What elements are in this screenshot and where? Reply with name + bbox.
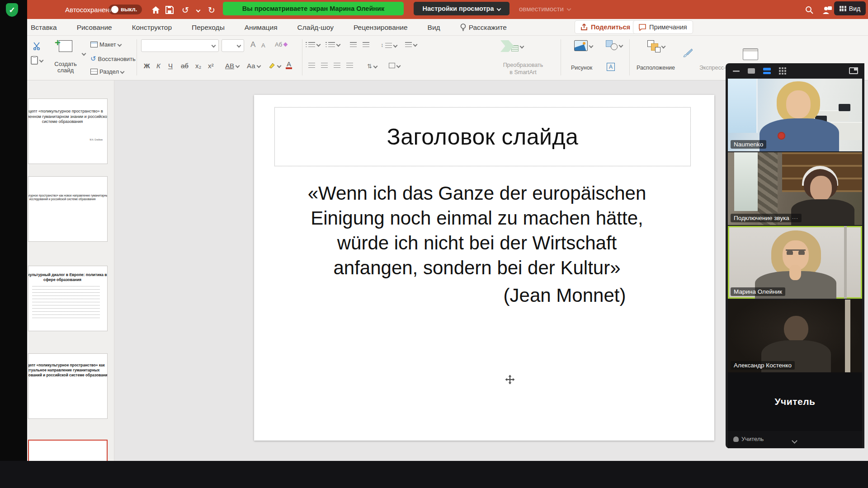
clear-format-button[interactable]: Аб xyxy=(275,41,287,48)
align-right-icon[interactable] xyxy=(334,63,340,68)
share-button[interactable]: Поделиться xyxy=(575,20,636,34)
thumbnail-slide-1[interactable]: Концепт «поликультурное пространство» в … xyxy=(28,99,108,164)
autosave-toggle[interactable]: выкл. xyxy=(108,5,142,14)
decrease-indent-icon[interactable] xyxy=(350,42,357,47)
tab-review[interactable]: Рецензирование xyxy=(354,23,408,32)
section-label: Раздел xyxy=(99,68,119,75)
subscript-button[interactable]: х₂ xyxy=(195,62,201,70)
comments-button[interactable]: Примечания xyxy=(633,20,693,34)
undo-chevron-icon[interactable] xyxy=(193,5,203,15)
grid-view-icon[interactable] xyxy=(779,67,786,75)
gallery-view-icon[interactable] xyxy=(763,68,771,74)
new-slide-label-2: слайд xyxy=(57,67,74,74)
share-presence-icon[interactable] xyxy=(822,5,833,15)
picture-icon xyxy=(574,40,588,51)
textbox-button[interactable]: А xyxy=(607,63,615,71)
undo-icon[interactable]: ↺ xyxy=(180,5,191,15)
grid-icon xyxy=(840,6,846,11)
font-name-combo[interactable] xyxy=(141,39,219,52)
thumbnail-2-title: «поликультурное пространство» как новое … xyxy=(28,194,108,201)
slide-title-placeholder[interactable]: Заголовок слайда xyxy=(274,107,691,166)
layout-button[interactable]: Макет xyxy=(90,41,121,48)
columns-button[interactable] xyxy=(405,42,417,47)
new-slide-icon: + xyxy=(59,40,72,52)
antivirus-shield-icon[interactable]: ✓ xyxy=(6,3,18,17)
slide-quote[interactable]: «Wenn ich das Ganze der europäischen Ein… xyxy=(254,181,700,280)
minimize-icon[interactable] xyxy=(733,70,740,72)
reset-button[interactable]: ↺ Восстановить xyxy=(90,55,136,63)
new-slide-button[interactable]: + Создать слайд xyxy=(51,40,80,74)
thumbnail-slide-3[interactable]: Поликультурный диалог в Европе: политика… xyxy=(28,266,108,331)
text-direction-button[interactable]: ⇅ xyxy=(367,63,377,70)
tab-insert[interactable]: Вставка xyxy=(31,23,57,32)
justify-icon[interactable] xyxy=(346,63,353,68)
tab-tell-me[interactable]: Расскажите xyxy=(460,23,507,32)
increase-indent-icon[interactable] xyxy=(363,42,369,47)
new-slide-chevron-icon[interactable] xyxy=(82,52,85,55)
picture-button[interactable] xyxy=(574,40,593,51)
align-text-button[interactable] xyxy=(389,63,400,68)
underline-button[interactable]: Ч xyxy=(168,62,173,70)
chevron-down-icon xyxy=(497,6,501,11)
tab-draw[interactable]: Рисование xyxy=(77,23,112,32)
thumbnail-slide-4[interactable]: Концепт «поликультурное пространство» ка… xyxy=(28,353,108,419)
italic-button[interactable]: К xyxy=(156,62,160,70)
arrange-button[interactable] xyxy=(647,40,665,52)
tab-transitions[interactable]: Переходы xyxy=(192,23,225,32)
convert-smartart-button[interactable] xyxy=(500,40,524,52)
video-tile-uchitel-camera-off[interactable]: Учитель xyxy=(728,372,862,431)
video-tile-audio-connecting[interactable]: Подключение звука ··· xyxy=(728,152,862,225)
person-decor xyxy=(786,90,811,118)
strikethrough-button[interactable]: аб xyxy=(181,62,189,70)
redo-icon[interactable]: ↻ xyxy=(206,5,217,15)
char-spacing-button[interactable]: АВ xyxy=(225,62,239,70)
toggle-knob-icon xyxy=(111,6,118,13)
video-tile-marina-oleynik-active[interactable]: Марина Олейник xyxy=(728,226,862,299)
highlight-button[interactable] xyxy=(269,62,281,69)
person-decor xyxy=(784,316,808,342)
home-icon[interactable] xyxy=(150,5,161,15)
participant-name-badge: Александр Костенко xyxy=(731,361,795,370)
search-icon[interactable] xyxy=(804,5,815,15)
tab-design[interactable]: Конструктор xyxy=(132,23,172,32)
tab-view[interactable]: Вид xyxy=(428,23,440,32)
zoom-view-button[interactable]: Вид xyxy=(834,1,866,15)
participant-name-badge: Naumenko xyxy=(731,140,766,149)
pip-layout-icon[interactable] xyxy=(849,67,858,74)
shapes-icon xyxy=(606,40,618,50)
quote-line-4: anfangen, sondern bei der Kultur» xyxy=(254,255,700,280)
window-decor xyxy=(734,152,758,211)
align-center-icon[interactable] xyxy=(321,63,328,68)
tab-animations[interactable]: Анимация xyxy=(245,23,278,32)
numbering-button[interactable] xyxy=(328,42,340,47)
paste-icon[interactable] xyxy=(31,56,43,65)
bold-button[interactable]: Ж xyxy=(144,62,150,70)
font-grow-button[interactable]: А xyxy=(250,40,255,49)
video-tile-naumenko[interactable]: Naumenko xyxy=(728,79,862,151)
section-button[interactable]: Раздел xyxy=(90,68,124,75)
line-spacing-button[interactable]: ↕ xyxy=(381,42,397,48)
thumbnail-slide-2[interactable]: «поликультурное пространство» как новое … xyxy=(28,176,108,242)
shapes-button[interactable] xyxy=(606,40,623,50)
save-icon[interactable] xyxy=(164,5,175,15)
tab-slideshow[interactable]: Слайд-шоу xyxy=(297,23,334,32)
superscript-button[interactable]: х² xyxy=(208,62,214,70)
convert-smartart-label-2: в SmartArt xyxy=(494,69,552,75)
align-left-icon[interactable] xyxy=(308,63,315,68)
bullets-button[interactable] xyxy=(308,42,320,47)
cut-icon[interactable] xyxy=(33,42,41,50)
view-settings-dropdown[interactable]: Настройки просмотра xyxy=(414,2,509,15)
video-tile-alexandr-kostenko[interactable]: Александр Костенко xyxy=(728,300,862,372)
collapse-strip-chevron[interactable] xyxy=(793,436,797,445)
font-color-button[interactable]: А xyxy=(286,61,292,69)
font-shrink-button[interactable]: А xyxy=(261,42,265,49)
slide-canvas[interactable]: Заголовок слайда «Wenn ich das Ganze der… xyxy=(254,95,714,441)
window-decor xyxy=(728,79,758,133)
speaker-view-icon[interactable] xyxy=(748,68,755,74)
font-size-combo[interactable] xyxy=(222,39,244,52)
comment-icon xyxy=(639,24,646,31)
window-icon[interactable] xyxy=(743,48,758,60)
change-case-button[interactable]: Аа xyxy=(247,62,260,70)
quick-styles-button[interactable] xyxy=(682,48,693,58)
participant-name-large: Учитель xyxy=(775,396,816,407)
